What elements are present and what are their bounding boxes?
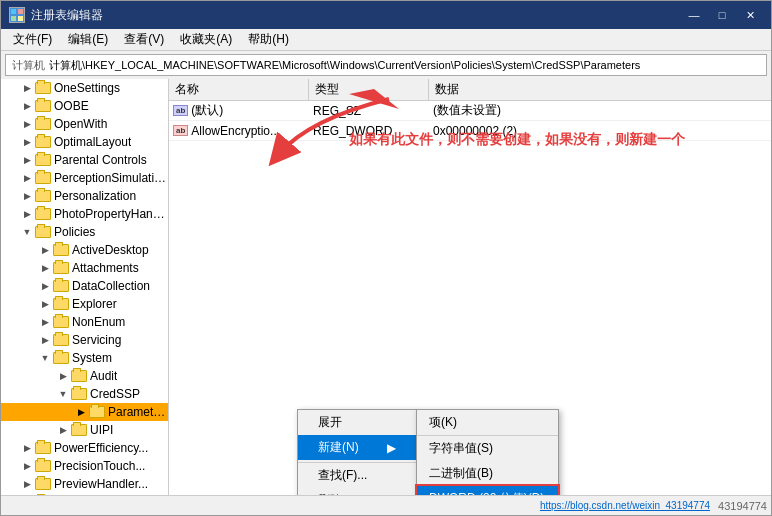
right-panel: 名称 类型 数据 ab (默认) REG_SZ (数值未设置) bbox=[169, 79, 771, 495]
tree-item-uipi[interactable]: ▶ UIPI bbox=[1, 421, 168, 439]
window-title: 注册表编辑器 bbox=[31, 7, 103, 24]
folder-icon-attachments bbox=[53, 262, 69, 274]
tree-item-personalization[interactable]: ▶ Personalization bbox=[1, 187, 168, 205]
ctx-find[interactable]: 查找(F)... bbox=[298, 462, 416, 488]
folder-icon-parameters bbox=[89, 406, 105, 418]
folder-icon-optimalLayout bbox=[35, 136, 51, 148]
tree-item-parameters[interactable]: ▶ Parameters bbox=[1, 403, 168, 421]
tree-label-attachments: Attachments bbox=[72, 261, 139, 275]
minimize-button[interactable]: — bbox=[681, 5, 707, 25]
address-bar[interactable]: 计算机 计算机\HKEY_LOCAL_MACHINE\SOFTWARE\Micr… bbox=[5, 54, 767, 76]
tree-item-powerEfficiency[interactable]: ▶ PowerEfficiency... bbox=[1, 439, 168, 457]
status-url[interactable]: https://blog.csdn.net/weixin_43194774 bbox=[540, 500, 710, 511]
folder-icon-dataCollection bbox=[53, 280, 69, 292]
tree-item-servicing[interactable]: ▶ Servicing bbox=[1, 331, 168, 349]
expander-powerEfficiency: ▶ bbox=[19, 440, 35, 456]
tree-label-uipi: UIPI bbox=[90, 423, 113, 437]
tree-label-servicing: Servicing bbox=[72, 333, 121, 347]
submenu-dword[interactable]: DWORD (32 位值)(D) bbox=[417, 486, 558, 495]
menu-help[interactable]: 帮助(H) bbox=[240, 29, 297, 50]
menu-file[interactable]: 文件(F) bbox=[5, 29, 60, 50]
expander-oneSettings: ▶ bbox=[19, 80, 35, 96]
folder-icon-oneSettings bbox=[35, 82, 51, 94]
expander-attachments: ▶ bbox=[37, 260, 53, 276]
col-header-name: 名称 bbox=[169, 79, 309, 100]
expander-precisionTouch: ▶ bbox=[19, 458, 35, 474]
expander-previewHandler: ▶ bbox=[19, 476, 35, 492]
ctx-new[interactable]: 新建(N) ▶ bbox=[298, 435, 416, 460]
tree-item-optimalLayout[interactable]: ▶ OptimalLayout bbox=[1, 133, 168, 151]
tree-label-openWith: OpenWith bbox=[54, 117, 107, 131]
app-icon bbox=[9, 7, 25, 23]
folder-icon-activeDesktop bbox=[53, 244, 69, 256]
tree-item-photoPropertyHandler[interactable]: ▶ PhotoPropertyHandler bbox=[1, 205, 168, 223]
submenu-binary[interactable]: 二进制值(B) bbox=[417, 461, 558, 486]
tree-item-previewHandler[interactable]: ▶ PreviewHandler... bbox=[1, 475, 168, 493]
row-name-allowEncryption: ab AllowEncryptio... bbox=[169, 124, 309, 138]
folder-icon-openWith bbox=[35, 118, 51, 130]
tree-item-precisionTouch[interactable]: ▶ PrecisionTouch... bbox=[1, 457, 168, 475]
tree-label-optimalLayout: OptimalLayout bbox=[54, 135, 131, 149]
folder-icon-system bbox=[53, 352, 69, 364]
tree-item-oneSettings[interactable]: ▶ OneSettings bbox=[1, 79, 168, 97]
context-menu: 展开 新建(N) ▶ 查找(F)... 删除(D) 重命名(R) 导出(E) 权… bbox=[297, 409, 417, 495]
expander-system: ▼ bbox=[37, 350, 53, 366]
submenu-string[interactable]: 字符串值(S) bbox=[417, 435, 558, 461]
tree-item-oobe[interactable]: ▶ OOBE bbox=[1, 97, 168, 115]
tree-label-policies: Policies bbox=[54, 225, 95, 239]
tree-item-policies[interactable]: ▼ Policies bbox=[1, 223, 168, 241]
expander-uipi: ▶ bbox=[55, 422, 71, 438]
close-button[interactable]: ✕ bbox=[737, 5, 763, 25]
ctx-expand[interactable]: 展开 bbox=[298, 410, 416, 435]
row-label-default: (默认) bbox=[191, 102, 223, 119]
tree-item-attachments[interactable]: ▶ Attachments bbox=[1, 259, 168, 277]
tree-label-perceptionSimulationEx: PerceptionSimulationEx bbox=[54, 171, 168, 185]
tree-item-credSSP[interactable]: ▼ CredSSP bbox=[1, 385, 168, 403]
menu-favorites[interactable]: 收藏夹(A) bbox=[172, 29, 240, 50]
tree-panel: ▶ OneSettings ▶ OOBE ▶ OpenWith ▶ Optima… bbox=[1, 79, 169, 495]
folder-icon-powerEfficiency bbox=[35, 442, 51, 454]
tree-item-perceptionSimulationEx[interactable]: ▶ PerceptionSimulationEx bbox=[1, 169, 168, 187]
submenu-key[interactable]: 项(K) bbox=[417, 410, 558, 435]
expander-dataCollection: ▶ bbox=[37, 278, 53, 294]
tree-label-nonEnum: NonEnum bbox=[72, 315, 125, 329]
expander-parentalControls: ▶ bbox=[19, 152, 35, 168]
tree-item-audit[interactable]: ▶ Audit bbox=[1, 367, 168, 385]
tree-label-credSSP: CredSSP bbox=[90, 387, 140, 401]
tree-item-parentalControls[interactable]: ▶ Parental Controls bbox=[1, 151, 168, 169]
tree-item-activeDesktop[interactable]: ▶ ActiveDesktop bbox=[1, 241, 168, 259]
expander-perceptionSimulationEx: ▶ bbox=[19, 170, 35, 186]
tree-label-dataCollection: DataCollection bbox=[72, 279, 150, 293]
table-row[interactable]: ab (默认) REG_SZ (数值未设置) bbox=[169, 101, 771, 121]
tree-label-powerEfficiency: PowerEfficiency... bbox=[54, 441, 148, 455]
tree-item-nonEnum[interactable]: ▶ NonEnum bbox=[1, 313, 168, 331]
menu-edit[interactable]: 编辑(E) bbox=[60, 29, 116, 50]
reg-dword-icon: ab bbox=[173, 125, 188, 136]
row-type-default: REG_SZ bbox=[309, 104, 429, 118]
expander-openWith: ▶ bbox=[19, 116, 35, 132]
tree-item-dataCollection[interactable]: ▶ DataCollection bbox=[1, 277, 168, 295]
table-row[interactable]: ab AllowEncryptio... REG_DWORD 0x0000000… bbox=[169, 121, 771, 141]
folder-icon-parentalControls bbox=[35, 154, 51, 166]
row-name-default: ab (默认) bbox=[169, 102, 309, 119]
status-extra: 43194774 bbox=[718, 500, 767, 512]
title-bar-left: 注册表编辑器 bbox=[9, 7, 103, 24]
folder-icon-nonEnum bbox=[53, 316, 69, 328]
ctx-delete[interactable]: 删除(D) bbox=[298, 488, 416, 495]
folder-icon-photoPropertyHandler bbox=[35, 208, 51, 220]
folder-icon-credSSP bbox=[71, 388, 87, 400]
tree-item-openWith[interactable]: ▶ OpenWith bbox=[1, 115, 168, 133]
tree-item-explorer[interactable]: ▶ Explorer bbox=[1, 295, 168, 313]
tree-label-explorer: Explorer bbox=[72, 297, 117, 311]
expander-personalization: ▶ bbox=[19, 188, 35, 204]
folder-icon-previewHandler bbox=[35, 478, 51, 490]
menu-view[interactable]: 查看(V) bbox=[116, 29, 172, 50]
maximize-button[interactable]: □ bbox=[709, 5, 735, 25]
menu-bar: 文件(F) 编辑(E) 查看(V) 收藏夹(A) 帮助(H) bbox=[1, 29, 771, 51]
svg-rect-1 bbox=[18, 9, 23, 14]
title-bar: 注册表编辑器 — □ ✕ bbox=[1, 1, 771, 29]
tree-item-system[interactable]: ▼ System bbox=[1, 349, 168, 367]
folder-icon-precisionTouch bbox=[35, 460, 51, 472]
expander-servicing: ▶ bbox=[37, 332, 53, 348]
expander-photoPropertyHandler: ▶ bbox=[19, 206, 35, 222]
